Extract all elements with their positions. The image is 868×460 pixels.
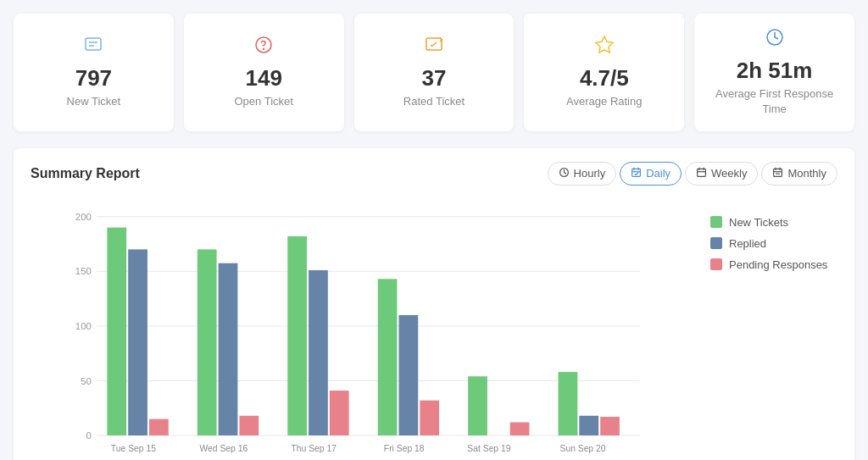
legend-item-pending-responses: Pending Responses xyxy=(710,258,837,271)
svg-rect-49 xyxy=(579,415,598,435)
average-rating-label: Average Rating xyxy=(566,94,642,109)
open-ticket-label: Open Ticket xyxy=(235,94,293,109)
svg-rect-34 xyxy=(219,263,238,435)
filter-label-weekly: Weekly xyxy=(711,167,747,180)
bar-pending xyxy=(149,418,169,435)
stat-card-rated-ticket: 37 Rated Ticket xyxy=(354,14,515,131)
daily-icon xyxy=(631,167,642,180)
svg-rect-46 xyxy=(510,422,530,435)
legend-label: New Tickets xyxy=(729,216,788,229)
new-ticket-number: 797 xyxy=(75,65,112,91)
new-ticket-label: New Ticket xyxy=(67,94,121,109)
summary-title: Summary Report xyxy=(31,166,140,181)
summary-section: Summary Report HourlyDailyWeeklyMonthly xyxy=(14,148,854,460)
stat-card-new-ticket: 797 New Ticket xyxy=(14,14,174,131)
svg-marker-6 xyxy=(596,36,613,53)
filter-label-hourly: Hourly xyxy=(574,167,606,180)
legend-label: Pending Responses xyxy=(729,258,827,271)
legend-dot xyxy=(710,258,722,270)
svg-text:0: 0 xyxy=(86,430,91,441)
svg-rect-33 xyxy=(198,249,217,435)
page-wrapper: 797 New Ticket 149 Open Ticket 37 Rated … xyxy=(0,0,868,460)
filter-btn-hourly[interactable]: Hourly xyxy=(548,162,617,186)
svg-point-4 xyxy=(264,49,264,50)
chart-legend: New Tickets Replied Pending Responses xyxy=(702,199,837,460)
svg-rect-0 xyxy=(86,38,101,50)
avg-response-number: 2h 51m xyxy=(737,58,813,84)
legend-label: Replied xyxy=(729,237,766,250)
stat-card-avg-response: 2h 51m Average First Response Time xyxy=(694,14,854,131)
svg-rect-9 xyxy=(632,169,641,176)
legend-dot xyxy=(710,216,722,228)
new-ticket-icon xyxy=(83,35,103,60)
svg-rect-50 xyxy=(600,417,620,435)
svg-text:Wed Sep 16: Wed Sep 16 xyxy=(200,443,248,452)
rated-ticket-label: Rated Ticket xyxy=(403,94,465,109)
avg-response-label: Average First Response Time xyxy=(711,86,837,117)
bar-chart: 200 150 100 50 0 Tue Sep 15 xyxy=(31,199,688,460)
svg-rect-35 xyxy=(239,415,259,435)
summary-header: Summary Report HourlyDailyWeeklyMonthly xyxy=(31,162,837,186)
legend-item-new-tickets: New Tickets xyxy=(710,216,837,229)
svg-rect-42 xyxy=(399,314,419,435)
svg-rect-37 xyxy=(287,236,307,435)
stats-row: 797 New Ticket 149 Open Ticket 37 Rated … xyxy=(14,14,854,131)
svg-rect-17 xyxy=(774,169,782,176)
bar-new xyxy=(107,227,126,435)
stat-card-open-ticket: 149 Open Ticket xyxy=(184,14,344,131)
svg-text:Sun Sep 20: Sun Sep 20 xyxy=(560,443,606,452)
filter-btn-daily[interactable]: Daily xyxy=(620,162,682,186)
legend-item-replied: Replied xyxy=(710,237,837,250)
svg-rect-43 xyxy=(420,400,439,435)
svg-text:100: 100 xyxy=(75,321,92,331)
svg-text:200: 200 xyxy=(75,211,92,221)
svg-text:50: 50 xyxy=(81,376,92,386)
filter-label-monthly: Monthly xyxy=(787,167,826,180)
avg-response-icon xyxy=(765,27,785,53)
chart-area: 200 150 100 50 0 Tue Sep 15 xyxy=(31,199,688,460)
open-ticket-icon xyxy=(253,35,274,60)
open-ticket-number: 149 xyxy=(246,65,282,91)
bar-replied xyxy=(128,249,147,435)
legend-dot xyxy=(710,237,722,249)
average-rating-number: 4.7/5 xyxy=(580,65,629,91)
svg-text:Tue Sep 15: Tue Sep 15 xyxy=(111,443,156,452)
rated-ticket-number: 37 xyxy=(422,65,447,91)
monthly-icon xyxy=(772,167,783,180)
svg-text:Fri Sep 18: Fri Sep 18 xyxy=(384,443,425,452)
stat-card-average-rating: 4.7/5 Average Rating xyxy=(524,14,684,131)
svg-rect-45 xyxy=(468,376,487,435)
svg-rect-41 xyxy=(378,279,398,435)
filter-btn-monthly[interactable]: Monthly xyxy=(761,162,837,186)
svg-text:Sat Sep 19: Sat Sep 19 xyxy=(467,443,510,452)
average-rating-icon xyxy=(594,35,615,60)
weekly-icon xyxy=(696,167,707,180)
hourly-icon xyxy=(559,167,570,180)
svg-text:Thu Sep 17: Thu Sep 17 xyxy=(292,443,337,452)
svg-rect-13 xyxy=(698,169,706,176)
filter-btn-weekly[interactable]: Weekly xyxy=(685,162,758,186)
rated-ticket-icon xyxy=(424,35,444,60)
svg-rect-39 xyxy=(330,391,349,435)
time-filters: HourlyDailyWeeklyMonthly xyxy=(548,162,837,186)
svg-rect-48 xyxy=(559,372,578,435)
filter-label-daily: Daily xyxy=(646,167,670,180)
svg-rect-38 xyxy=(309,270,328,435)
svg-text:150: 150 xyxy=(75,265,92,275)
chart-container: 200 150 100 50 0 Tue Sep 15 xyxy=(31,199,837,460)
